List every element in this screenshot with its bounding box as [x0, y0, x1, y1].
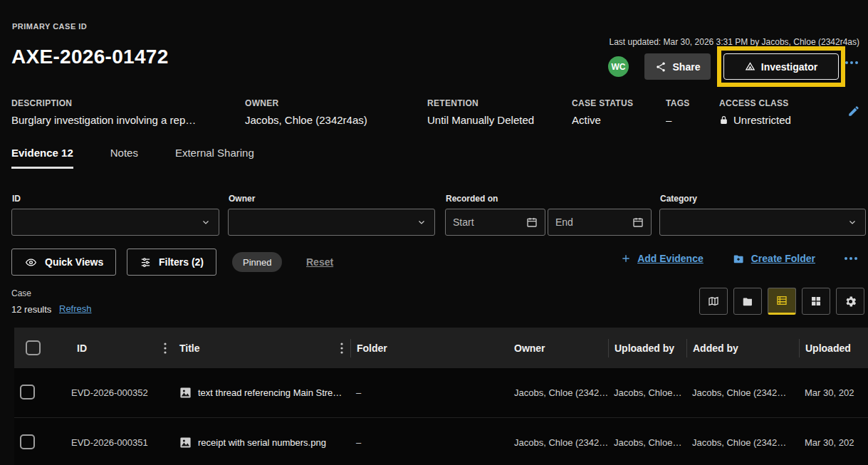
toolbar-overflow-button[interactable]: [844, 256, 858, 261]
description-value: Burglary investigation involving a rep…: [11, 114, 245, 126]
filters-button[interactable]: Filters (2): [127, 249, 216, 276]
create-folder-button[interactable]: Create Folder: [732, 253, 815, 264]
primary-case-id-label: PRIMARY CASE ID: [12, 22, 87, 31]
eye-icon: [24, 257, 38, 268]
access-class-value: Unrestricted: [733, 114, 791, 126]
row-checkbox[interactable]: [20, 385, 35, 399]
table-header-row: ID Title Folder Owner Uploaded by Added …: [14, 328, 868, 368]
row-checkbox[interactable]: [20, 434, 35, 449]
plus-icon: [621, 254, 631, 263]
tab-notes[interactable]: Notes: [110, 147, 138, 169]
quick-views-label: Quick Views: [45, 256, 103, 268]
evidence-actions: Add Evidence Create Folder: [621, 253, 858, 264]
list-view-button[interactable]: [768, 288, 796, 315]
share-button[interactable]: Share: [644, 53, 711, 80]
end-date-input[interactable]: [555, 216, 628, 228]
meta-retention: RETENTION Until Manually Deleted: [427, 98, 572, 126]
last-updated-text: Last updated: Mar 30, 2026 3:31 PM by Ja…: [609, 37, 859, 47]
grid-view-button[interactable]: [802, 288, 830, 315]
ellipsis-icon: [844, 256, 858, 261]
case-metadata-row: DESCRIPTION Burglary investigation invol…: [11, 98, 791, 126]
chevron-down-icon: [848, 218, 857, 226]
chevron-down-icon: [417, 218, 426, 226]
avatar[interactable]: WC: [608, 56, 629, 77]
folder-plus-icon: [732, 254, 745, 264]
meta-owner: OWNER Jacobs, Chloe (2342r4as): [245, 98, 427, 126]
evidence-uploaded-by: Jacobs, Chloe…: [608, 387, 686, 398]
highlight-annotation: Investigator: [717, 46, 845, 87]
grid-icon: [810, 296, 822, 307]
meta-tags: TAGS –: [666, 98, 719, 126]
table-row[interactable]: EVD-2026-000352 text thread referencing …: [14, 368, 868, 418]
tab-external-sharing[interactable]: External Sharing: [175, 147, 254, 169]
view-toggle-group: [699, 288, 864, 315]
owner-filter-select[interactable]: [228, 209, 435, 236]
case-status-value: Active: [572, 114, 666, 126]
column-header-folder: Folder: [357, 343, 387, 354]
owner-value: Jacobs, Chloe (2342r4as): [245, 114, 427, 126]
ellipsis-icon: [845, 61, 859, 65]
access-class-label: ACCESS CLASS: [719, 98, 791, 108]
evidence-added-by: Jacobs, Chloe (2342…: [686, 437, 799, 448]
meta-description: DESCRIPTION Burglary investigation invol…: [11, 98, 245, 126]
gear-icon: [844, 295, 857, 308]
column-header-uploaded-by: Uploaded by: [615, 343, 674, 354]
table-row[interactable]: EVD-2026-000351 receipt with serial numb…: [14, 418, 868, 465]
case-status-label: CASE STATUS: [572, 98, 666, 108]
id-column-menu-button[interactable]: [162, 341, 168, 355]
evidence-id: EVD-2026-000351: [66, 437, 174, 448]
evidence-folder: –: [350, 437, 508, 448]
calendar-icon: [632, 216, 644, 228]
add-evidence-label: Add Evidence: [637, 253, 704, 264]
folder-icon: [741, 296, 754, 307]
evidence-title[interactable]: receipt with serial numbers.png: [198, 437, 326, 448]
description-label: DESCRIPTION: [11, 98, 245, 108]
evidence-uploaded-date: Mar 30, 202: [799, 437, 868, 448]
add-evidence-button[interactable]: Add Evidence: [621, 253, 704, 264]
meta-case-status: CASE STATUS Active: [572, 98, 666, 126]
end-date-field[interactable]: [548, 209, 652, 236]
edit-case-button[interactable]: [847, 105, 860, 117]
evidence-title[interactable]: text thread referencing Main Stre…: [198, 387, 342, 398]
chevron-down-icon: [202, 218, 210, 226]
folder-view-button[interactable]: [733, 288, 762, 315]
category-filter-label: Category: [660, 194, 697, 204]
start-date-field[interactable]: [445, 209, 545, 236]
evidence-folder: –: [350, 387, 508, 398]
image-thumbnail-icon: [179, 437, 192, 449]
share-icon: [655, 61, 666, 73]
map-view-button[interactable]: [699, 288, 728, 315]
table-settings-button[interactable]: [836, 288, 864, 315]
select-all-checkbox[interactable]: [26, 340, 41, 355]
tab-evidence[interactable]: Evidence 12: [11, 147, 73, 169]
start-date-input[interactable]: [453, 216, 522, 228]
evidence-table: ID Title Folder Owner Uploaded by Added …: [14, 328, 868, 465]
investigator-icon: [745, 61, 755, 72]
owner-filter-label: Owner: [229, 194, 255, 204]
list-icon: [775, 295, 788, 306]
filters-label: Filters (2): [159, 256, 204, 268]
owner-label: OWNER: [245, 98, 427, 108]
refresh-link[interactable]: Refresh: [59, 303, 92, 314]
category-filter-select[interactable]: [659, 209, 866, 236]
quick-views-button[interactable]: Quick Views: [11, 249, 116, 276]
title-column-menu-button[interactable]: [339, 341, 345, 355]
evidence-added-by: Jacobs, Chloe (2342…: [686, 387, 799, 398]
tags-label: TAGS: [666, 98, 719, 108]
calendar-icon: [526, 216, 538, 228]
pinned-label: Pinned: [243, 257, 271, 268]
investigator-button[interactable]: Investigator: [723, 53, 839, 80]
investigator-label: Investigator: [761, 61, 817, 73]
filter-sliders-icon: [140, 257, 152, 268]
header-overflow-button[interactable]: [845, 61, 859, 65]
page-title: AXE-2026-01472: [11, 46, 169, 68]
evidence-uploaded-date: Mar 30, 202: [799, 387, 868, 398]
retention-value: Until Manually Deleted: [427, 114, 572, 126]
evidence-owner: Jacobs, Chloe (2342…: [508, 387, 608, 398]
reset-filters-link[interactable]: Reset: [306, 256, 333, 268]
case-tabs: Evidence 12 Notes External Sharing: [11, 147, 254, 169]
case-detail-page: PRIMARY CASE ID AXE-2026-01472 Last upda…: [0, 0, 868, 465]
id-filter-select[interactable]: [11, 209, 219, 236]
pinned-filter-chip[interactable]: Pinned: [232, 252, 282, 272]
id-filter-label: ID: [12, 194, 21, 204]
